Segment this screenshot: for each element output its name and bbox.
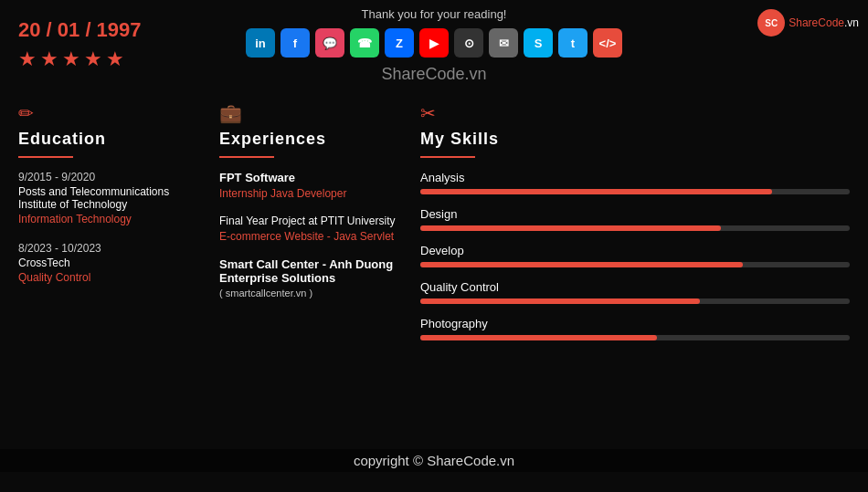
exp-project-2: Final Year Project at PTIT University [219,215,402,227]
facebook-icon[interactable]: f [281,28,310,58]
exp-note-3: ( smartcallcenter.vn ) [219,288,402,298]
skills-divider [420,156,475,158]
skill-label-develop: Develop [420,244,850,257]
skills-column: ✂ My Skills Analysis Design Develop Qual… [402,102,850,353]
education-entry-2: 8/2023 - 10/2023 CrossTech Quality Contr… [18,242,201,284]
exp-entry-3: Smart Call Center - Anh Duong Enterprise… [219,257,402,298]
star-rating: ★ ★ ★ ★ ★ [18,47,142,71]
copyright-overlay: copyright © ShareCode.vn [0,449,868,472]
skill-bar-bg-photography [420,335,850,340]
skill-bar-bg-design [420,225,850,231]
exp-entry-2: Final Year Project at PTIT University E-… [219,215,402,243]
twitter-icon[interactable]: t [558,28,587,58]
edu-date-1: 9/2015 - 9/2020 [18,171,201,183]
skill-bar-bg-develop [420,262,850,267]
education-column: ✏ Education 9/2015 - 9/2020 Posts and Te… [18,102,201,353]
education-title: Education [18,130,201,149]
skill-develop: Develop [420,244,850,267]
phone-icon[interactable]: ☎ [350,28,379,58]
skills-title: My Skills [420,130,850,149]
skill-label-design: Design [420,207,850,221]
skill-bar-bg-qc [420,298,850,304]
experiences-title: Experiences [219,130,402,149]
birth-date: 20 / 01 / 1997 [18,18,142,42]
star-4: ★ [84,47,102,71]
skype-icon[interactable]: S [524,28,553,58]
experiences-column: 💼 Experiences FPT Software Internship Ja… [201,102,402,353]
skill-bar-fill-develop [420,262,743,267]
exp-entry-1: FPT Software Internship Java Developer [219,171,402,200]
youtube-icon[interactable]: ▶ [419,28,449,58]
skill-qc: Quality Control [420,280,850,304]
linkedin-icon[interactable]: in [246,28,275,58]
experiences-icon: 💼 [219,102,402,124]
skill-design: Design [420,207,850,231]
skill-bar-bg-analysis [420,189,850,194]
skill-bar-fill-qc [420,298,700,304]
email-icon[interactable]: ✉ [489,28,518,58]
education-icon: ✏ [18,102,201,124]
star-1: ★ [18,47,37,71]
edu-school-1: Posts and Telecommunications Institute o… [18,185,201,211]
star-2: ★ [40,47,58,71]
exp-role-2[interactable]: E-commerce Website - Java Servlet [219,230,402,243]
experiences-divider [219,156,274,158]
logo-text: ShareCode.vn [789,16,859,29]
edu-field-2[interactable]: Quality Control [18,271,201,284]
skills-icon: ✂ [420,102,850,124]
messenger-icon[interactable]: 💬 [315,28,344,58]
star-5: ★ [106,47,124,71]
edu-school-2: CrossTech [18,256,201,269]
skill-label-qc: Quality Control [420,280,850,294]
sharecode-logo: SC ShareCode.vn [757,9,859,37]
exp-company-3: Smart Call Center - Anh Duong Enterprise… [219,257,402,285]
exp-company-1: FPT Software [219,171,402,184]
edu-date-2: 8/2023 - 10/2023 [18,242,201,255]
skill-label-photography: Photography [420,317,850,330]
edu-field-1[interactable]: Information Technology [18,213,201,225]
exp-role-1[interactable]: Internship Java Developer [219,187,402,200]
education-divider [18,156,73,158]
skill-bar-fill-analysis [420,189,772,194]
zalo-icon[interactable]: Z [385,28,414,58]
github-icon[interactable]: ⊙ [454,28,483,58]
skill-bar-fill-photography [420,335,657,340]
date-stars-section: 20 / 01 / 1997 ★ ★ ★ ★ ★ [18,18,142,71]
skill-bar-fill-design [420,225,721,231]
skill-analysis: Analysis [420,171,850,194]
star-3: ★ [62,47,80,71]
education-entry-1: 9/2015 - 9/2020 Posts and Telecommunicat… [18,171,201,225]
skill-label-analysis: Analysis [420,171,850,184]
main-content: ✏ Education 9/2015 - 9/2020 Posts and Te… [0,93,868,353]
skill-photography: Photography [420,317,850,340]
code-icon[interactable]: </> [593,28,622,58]
logo-icon: SC [757,9,785,37]
